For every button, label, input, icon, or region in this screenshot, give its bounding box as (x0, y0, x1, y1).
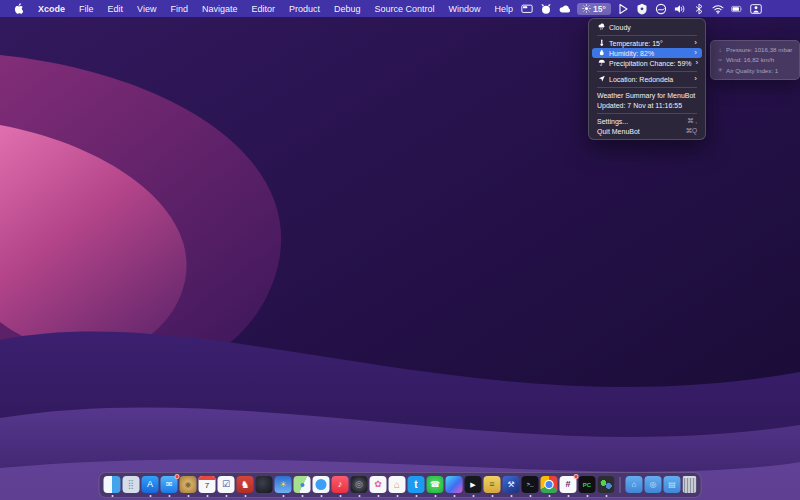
dock-icon-dark-game[interactable] (256, 476, 273, 493)
menubar-menu-xcode[interactable]: Xcode (31, 4, 72, 14)
play-icon[interactable] (616, 2, 630, 16)
thermometer-icon (597, 39, 606, 47)
dock-icon-tv[interactable]: ▶ (465, 476, 482, 493)
reminders-glyph: ☑ (222, 480, 230, 489)
menubar-menu-product[interactable]: Product (282, 4, 327, 14)
dock-icon-whatsapp[interactable]: ☎ (427, 476, 444, 493)
menu-item-cloudy[interactable]: Cloudy (592, 22, 702, 32)
music-glyph: ♪ (338, 480, 343, 489)
pressure-icon: ↓ (716, 46, 724, 53)
shield-icon[interactable] (635, 2, 649, 16)
menubar-menu-file[interactable]: File (72, 4, 101, 14)
submenu-chevron-icon: › (690, 49, 697, 57)
dock-icon-sims-game[interactable] (598, 476, 615, 493)
menubar-menu-help[interactable]: Help (488, 4, 521, 14)
dock-icon-terminal[interactable]: >_ (522, 476, 539, 493)
menubar-menu-source-control[interactable]: Source Control (368, 4, 442, 14)
dock-icon-reminders[interactable]: ☑ (218, 476, 235, 493)
photos-glyph: ✿ (374, 480, 382, 489)
menu-item-location[interactable]: Location: Redondela› (592, 74, 702, 84)
dock-icon-maps[interactable] (294, 476, 311, 493)
weather-status-item[interactable]: 15° (577, 3, 611, 15)
dock-icon-pycharm[interactable]: PC (579, 476, 596, 493)
submenu-item-label: Pressure: 1016,38 mbar (726, 46, 792, 53)
apple-menu-icon[interactable] (10, 3, 31, 14)
menu-item-label: Temperature: 15° (609, 40, 663, 47)
menu-bar-left: XcodeFileEditViewFindNavigateEditorProdu… (10, 3, 520, 14)
display-icon[interactable] (520, 2, 534, 16)
gold-app-glyph: ◉ (185, 481, 192, 489)
menubar-menu-edit[interactable]: Edit (101, 4, 131, 14)
user-switch-icon[interactable] (749, 2, 763, 16)
lens-app-glyph: ◎ (355, 480, 363, 489)
dock-icon-lens-app[interactable]: ◎ (351, 476, 368, 493)
menu-bar-status-area: 15° (520, 2, 763, 16)
dock-icon-weather[interactable]: ☀ (275, 476, 292, 493)
wind-icon: ≈ (716, 56, 724, 63)
dock-icon-gold-app[interactable]: ◉ (180, 476, 197, 493)
dock-icon-calendar[interactable]: 7 (199, 476, 216, 493)
menu-separator (597, 35, 697, 36)
folder-home-glyph: ⌂ (632, 481, 637, 489)
dock-icon-folder-apps[interactable]: ◎ (645, 476, 662, 493)
battery-icon[interactable] (730, 2, 744, 16)
status-circle-icon[interactable] (654, 2, 668, 16)
dock-icon-xcode[interactable]: ⚒ (503, 476, 520, 493)
menu-item-label: Quit MenuBot (597, 128, 640, 135)
menu-item-label: Cloudy (609, 24, 631, 31)
dock-icon-safari[interactable] (313, 476, 330, 493)
menubar-menu-find[interactable]: Find (163, 4, 195, 14)
dock-icon-shortcuts[interactable] (446, 476, 463, 493)
yellow-tool-glyph: ≡ (489, 480, 494, 489)
submenu-item-wind: ≈Wind: 16,82 km/h (711, 55, 799, 66)
dock-icon-folder-docs[interactable]: ▤ (664, 476, 681, 493)
dock-icon-chess[interactable]: ♞ (237, 476, 254, 493)
menu-item-label: Location: Redondela (609, 76, 673, 83)
menu-item-label: Updated: 7 Nov at 11:16:55 (597, 102, 682, 109)
slack-glyph: # (565, 480, 570, 489)
bluetooth-icon[interactable] (692, 2, 706, 16)
pycharm-glyph: PC (583, 482, 591, 488)
dock-icon-home[interactable]: ⌂ (389, 476, 406, 493)
menubar-menu-navigate[interactable]: Navigate (195, 4, 245, 14)
chrome-center (546, 481, 553, 488)
volume-icon[interactable] (673, 2, 687, 16)
menu-item-shortcut: ⌘ , (687, 117, 697, 125)
pet-face-icon[interactable] (539, 2, 553, 16)
menu-item-humidity[interactable]: Humidity: 82%› (592, 48, 702, 58)
dock-icon-folder-home[interactable]: ⌂ (626, 476, 643, 493)
dock-icon-photos[interactable]: ✿ (370, 476, 387, 493)
dock-icon-chrome[interactable] (541, 476, 558, 493)
twitter-glyph: t (414, 480, 417, 490)
menu-item-quit[interactable]: Quit MenuBot⌘Q (592, 126, 702, 136)
dock-icon-slack[interactable]: # (560, 476, 577, 493)
dock-icon-app-store[interactable]: A (142, 476, 159, 493)
cloud-icon[interactable] (558, 2, 572, 16)
menubar-menu-debug[interactable]: Debug (327, 4, 368, 14)
menubar-menu-view[interactable]: View (130, 4, 163, 14)
submenu-item-pressure: ↓Pressure: 1016,38 mbar (711, 44, 799, 55)
xcode-glyph: ⚒ (507, 481, 514, 489)
submenu-item-label: Wind: 16,82 km/h (726, 56, 774, 63)
dock-icon-launchpad[interactable]: ⣿ (123, 476, 140, 493)
dock-icon-music[interactable]: ♪ (332, 476, 349, 493)
chess-glyph: ♞ (241, 480, 250, 490)
menu-separator (597, 71, 697, 72)
menu-item-precipitation[interactable]: Precipitation Chance: 59%› (592, 58, 702, 68)
wifi-icon[interactable] (711, 2, 725, 16)
dock-icon-trash[interactable] (683, 476, 697, 493)
submenu-item-air-quality: ☀Air Quality Index: 1 (711, 65, 799, 76)
menu-item-temperature[interactable]: Temperature: 15°› (592, 38, 702, 48)
dock-icon-mail[interactable]: ✉ (161, 476, 178, 493)
menubar-menu-window[interactable]: Window (442, 4, 488, 14)
dock-icon-yellow-tool[interactable]: ≡ (484, 476, 501, 493)
folder-apps-glyph: ◎ (650, 481, 657, 489)
dock-icon-finder[interactable] (104, 476, 121, 493)
terminal-glyph: >_ (526, 482, 533, 488)
dock-icon-twitter[interactable]: t (408, 476, 425, 493)
mail-glyph: ✉ (166, 481, 173, 489)
menubar-menu-editor[interactable]: Editor (244, 4, 282, 14)
calendar-red-bar (199, 476, 216, 480)
menu-separator (597, 87, 697, 88)
menu-item-settings[interactable]: Settings...⌘ , (592, 116, 702, 126)
